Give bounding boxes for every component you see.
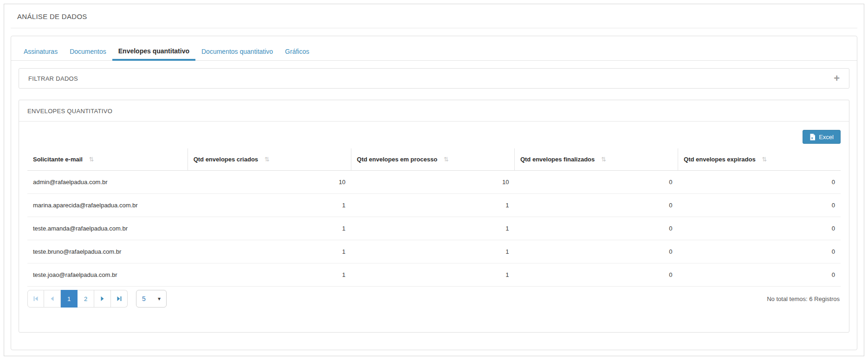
table-toolbar: x Excel <box>27 130 841 144</box>
excel-file-icon: x <box>810 134 816 141</box>
pagination-buttons: 1 2 <box>27 290 128 308</box>
last-page-button[interactable] <box>111 290 128 308</box>
cell-criados: 1 <box>188 263 351 287</box>
cell-criados: 1 <box>188 240 351 263</box>
page-size-value: 5 <box>142 295 146 302</box>
first-page-button[interactable] <box>27 290 44 308</box>
cell-em-processo: 1 <box>351 240 514 263</box>
page-title: ANÁLISE DE DADOS <box>4 4 864 28</box>
column-header-expirados[interactable]: Qtd envelopes expirados ⇅ <box>678 148 841 171</box>
tab-documentos-quantitativo[interactable]: Documentos quantitativo <box>195 43 279 61</box>
table-row: admin@rafaelpadua.com.br 10 10 0 0 <box>27 171 841 194</box>
cell-em-processo: 1 <box>351 194 514 217</box>
cell-em-processo: 1 <box>351 263 514 287</box>
page-1-button[interactable]: 1 <box>61 290 78 308</box>
envelopes-panel-title: ENVELOPES QUANTITATIVO <box>19 100 849 122</box>
envelopes-table: Solicitante e-mail ⇅ Qtd envelopes criad… <box>27 148 841 287</box>
cell-email: teste.amanda@rafaelpadua.com.br <box>27 217 188 240</box>
cell-criados: 1 <box>188 194 351 217</box>
last-page-icon <box>117 296 122 301</box>
column-header-finalizados[interactable]: Qtd envelopes finalizados ⇅ <box>514 148 678 171</box>
column-header-criados[interactable]: Qtd envelopes criados ⇅ <box>188 148 351 171</box>
tab-envelopes-quantitativo[interactable]: Envelopes quantitativo <box>112 43 195 61</box>
next-page-icon <box>100 296 104 301</box>
cell-expirados: 0 <box>678 240 841 263</box>
sort-icon[interactable]: ⇅ <box>444 156 449 163</box>
cell-criados: 1 <box>188 217 351 240</box>
table-row: teste.bruno@rafaelpadua.com.br 1 1 0 0 <box>27 240 841 263</box>
cell-finalizados: 0 <box>514 217 678 240</box>
envelopes-panel-content: x Excel Solicitante e-mail ⇅ <box>19 122 849 315</box>
page-2-button[interactable]: 2 <box>78 290 94 308</box>
cell-expirados: 0 <box>678 217 841 240</box>
table-header-row: Solicitante e-mail ⇅ Qtd envelopes criad… <box>27 148 841 171</box>
cell-expirados: 0 <box>678 194 841 217</box>
envelopes-panel: ENVELOPES QUANTITATIVO x Excel <box>19 100 849 333</box>
svg-text:x: x <box>811 135 813 140</box>
cell-expirados: 0 <box>678 263 841 287</box>
cell-email: teste.joao@rafaelpadua.com.br <box>27 263 188 287</box>
chevron-down-icon: ▾ <box>158 295 161 302</box>
cell-finalizados: 0 <box>514 171 678 194</box>
table-row: teste.amanda@rafaelpadua.com.br 1 1 0 0 <box>27 217 841 240</box>
cell-finalizados: 0 <box>514 194 678 217</box>
filter-panel-title: FILTRAR DADOS <box>28 75 78 82</box>
pagination-bar: 1 2 <box>27 290 841 308</box>
title-divider <box>11 28 857 28</box>
cell-em-processo: 10 <box>351 171 514 194</box>
prev-page-button[interactable] <box>44 290 61 308</box>
column-header-solicitante[interactable]: Solicitante e-mail ⇅ <box>27 148 188 171</box>
excel-button-label: Excel <box>819 134 834 141</box>
cell-finalizados: 0 <box>514 240 678 263</box>
column-header-em-processo[interactable]: Qtd envelopes em processo ⇅ <box>351 148 514 171</box>
page-size-select[interactable]: 5 ▾ <box>136 290 167 308</box>
total-records-label: No total temos: 6 Registros <box>767 295 841 302</box>
first-page-icon <box>33 296 39 301</box>
sort-icon[interactable]: ⇅ <box>601 156 606 163</box>
next-page-button[interactable] <box>94 290 111 308</box>
prev-page-icon <box>50 296 54 301</box>
sort-icon[interactable]: ⇅ <box>265 156 270 163</box>
cell-em-processo: 1 <box>351 217 514 240</box>
cell-email: marina.aparecida@rafaelpadua.com.br <box>27 194 188 217</box>
tab-graficos[interactable]: Gráficos <box>279 43 315 61</box>
cell-criados: 10 <box>188 171 351 194</box>
cell-expirados: 0 <box>678 171 841 194</box>
excel-export-button[interactable]: x Excel <box>803 130 841 144</box>
tab-documentos[interactable]: Documentos <box>64 43 112 61</box>
cell-email: admin@rafaelpadua.com.br <box>27 171 188 194</box>
tab-assinaturas[interactable]: Assinaturas <box>18 43 64 61</box>
tab-bar: Assinaturas Documentos Envelopes quantit… <box>11 36 857 61</box>
table-row: marina.aparecida@rafaelpadua.com.br 1 1 … <box>27 194 841 217</box>
sort-icon[interactable]: ⇅ <box>762 156 767 163</box>
cell-email: teste.bruno@rafaelpadua.com.br <box>27 240 188 263</box>
sort-icon[interactable]: ⇅ <box>89 156 94 163</box>
expand-plus-icon[interactable]: + <box>834 73 840 83</box>
filter-panel-header[interactable]: FILTRAR DADOS + <box>19 68 849 89</box>
analysis-card: ANÁLISE DE DADOS Assinaturas Documentos … <box>4 4 864 356</box>
table-row: teste.joao@rafaelpadua.com.br 1 1 0 0 <box>27 263 841 287</box>
cell-finalizados: 0 <box>514 263 678 287</box>
tab-panel: Assinaturas Documentos Envelopes quantit… <box>11 36 857 350</box>
